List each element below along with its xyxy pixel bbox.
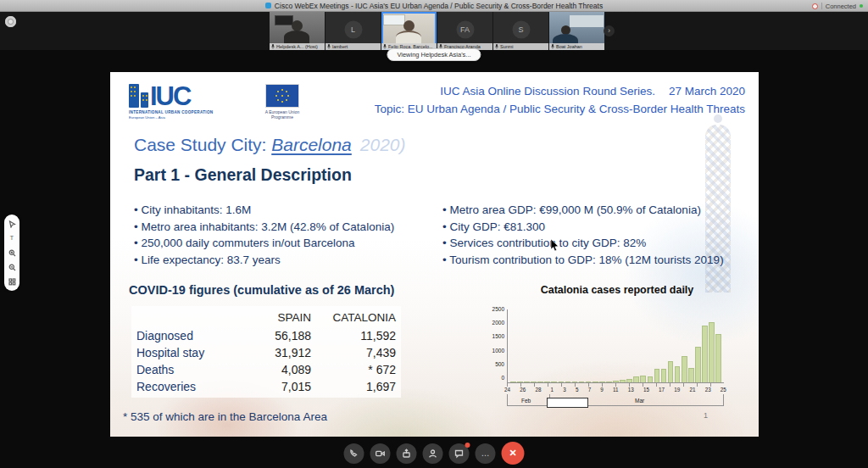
participant-thumb-video[interactable]: Helpdesk A... (Host) <box>270 12 325 50</box>
bullet-item: Metro area inhabitants: 3.2M (42.8% of C… <box>134 219 441 236</box>
chart-bar <box>702 326 708 382</box>
bullet-item: Services contribution to city GDP: 82% <box>442 235 756 252</box>
bullet-item: Metro area GDP: €99,000 M (50.9% of Cata… <box>442 202 756 219</box>
text-tool-icon[interactable]: T <box>7 234 17 242</box>
chart-bar <box>586 382 592 382</box>
daily-cases-chart: Catalonia cases reported daily 250020001… <box>485 284 732 424</box>
chart-bar <box>606 382 612 382</box>
x-tick-label: 15 <box>643 387 649 393</box>
leave-meeting-button[interactable]: ✕ <box>502 442 525 465</box>
chart-bar <box>544 382 550 382</box>
iuc-logo: IUC INTERNATIONAL URBAN COOPERATION Euro… <box>129 82 243 120</box>
x-tick-label: 17 <box>659 387 665 393</box>
titlebar-divider <box>821 3 822 9</box>
month-label-mar: Mar <box>635 398 644 404</box>
eu-logo: A European Union Programme <box>254 85 310 120</box>
avatar: FA <box>456 20 474 38</box>
chart-plot-area <box>507 309 724 383</box>
iuc-logo-text: IUC <box>150 86 190 108</box>
chat-button[interactable] <box>449 443 470 464</box>
blank-textbox <box>547 398 588 408</box>
part-title: Part 1 - General Description <box>134 165 352 185</box>
participant-name: lambert <box>332 44 348 49</box>
chart-bar <box>510 382 516 382</box>
apps-grid-icon[interactable] <box>7 277 17 286</box>
connection-dot-icon <box>860 4 863 8</box>
table-cell: * 672 <box>316 361 401 378</box>
participants-button[interactable] <box>423 443 443 464</box>
participant-name: Boat Joahan <box>556 44 582 49</box>
x-tick-label: 1 <box>551 387 554 393</box>
x-tick-label: 7 <box>588 387 592 393</box>
table-row-label: Recoveries <box>133 378 242 395</box>
audio-button[interactable] <box>344 443 364 464</box>
mic-icon <box>495 44 498 49</box>
chart-bar <box>675 366 681 382</box>
participant-thumb-initials[interactable]: S Sunmi <box>493 12 548 50</box>
slide-date: 27 March 2020 <box>669 85 745 98</box>
pointer-tool-icon[interactable] <box>7 220 17 228</box>
webex-ball-button[interactable] <box>5 16 16 27</box>
share-content-button[interactable] <box>397 443 417 464</box>
column-header-catalonia: CATALONIA <box>316 309 401 327</box>
x-tick-label: 3 <box>563 387 566 393</box>
webex-logo-icon <box>265 3 271 8</box>
table-footnote: * 535 of which are in the Barcelona Area <box>123 410 327 423</box>
filmstrip-next-button[interactable]: › <box>604 25 615 36</box>
presentation-slide: IUC INTERNATIONAL URBAN COOPERATION Euro… <box>110 72 759 437</box>
chat-notification-dot <box>465 443 470 448</box>
y-tick-label: 2000 <box>492 320 504 326</box>
covid-figures-title: COVID-19 figures (cumulative as of 26 Ma… <box>129 283 394 297</box>
call-controls: … ✕ <box>344 442 525 465</box>
chart-title: Catalonia cases reported daily <box>502 284 732 296</box>
mic-icon <box>383 44 387 49</box>
slide-page-number: 1 <box>704 411 708 420</box>
video-button[interactable] <box>370 443 391 464</box>
chart-bar <box>517 382 523 382</box>
zoom-out-icon[interactable] <box>7 263 17 271</box>
y-tick-label: 1500 <box>492 334 504 339</box>
case-study-title: Case Study City: Barcelona2020) <box>134 135 406 155</box>
chart-bar <box>633 376 639 382</box>
table-cell: 4,089 <box>242 361 316 378</box>
participant-thumb-initials[interactable]: L lambert <box>326 12 381 50</box>
chart-bar <box>572 382 578 382</box>
table-cell: 56,188 <box>242 327 316 344</box>
chart-month-band: Feb Mar <box>507 394 724 406</box>
x-tick-label: 9 <box>600 387 604 393</box>
column-header-spain: SPAIN <box>242 309 316 327</box>
bullet-list-right: Metro area GDP: €99,000 M (50.9% of Cata… <box>442 202 756 268</box>
chart-bar <box>661 369 667 382</box>
y-tick-label: 2500 <box>492 307 504 312</box>
chart-bar <box>709 322 715 382</box>
chart-bar <box>531 382 537 382</box>
record-indicator-icon[interactable] <box>812 3 818 9</box>
chart-bar <box>695 347 701 382</box>
eu-flag-icon <box>266 85 298 107</box>
x-tick-label: 11 <box>613 387 619 393</box>
chart-bar <box>682 356 687 382</box>
iuc-logo-subtitle: INTERNATIONAL URBAN COOPERATION <box>129 110 243 114</box>
chart-bar <box>626 379 632 382</box>
window-titlebar: Cisco WebEx Meetings - IUC Asia's EU Urb… <box>0 0 868 12</box>
table-cell: 7,015 <box>242 378 316 395</box>
mic-icon <box>271 44 275 49</box>
chart-bar <box>593 382 598 382</box>
more-options-button[interactable]: … <box>476 443 496 464</box>
chart-bar <box>715 334 721 382</box>
zoom-in-icon[interactable] <box>7 248 17 257</box>
x-tick-label: 21 <box>689 387 695 393</box>
x-tick-label: 28 <box>535 387 541 393</box>
participant-thumb-active-speaker[interactable]: Felip Roca, Barcelo... <box>381 12 437 50</box>
bullet-item: City inhabitants: 1.6M <box>134 202 441 219</box>
chart-bar <box>579 382 585 382</box>
chart-bar <box>648 376 654 382</box>
video-strip: Helpdesk A... (Host) L lambert Felip Roc… <box>0 12 868 50</box>
eu-caption: A European Union Programme <box>259 109 306 120</box>
avatar: L <box>344 20 362 38</box>
participant-thumb-video[interactable]: Boat Joahan <box>549 12 604 50</box>
participant-thumb-initials[interactable]: FA Francisco Aranda <box>437 12 492 50</box>
y-tick-label: 500 <box>495 362 504 367</box>
ghost-text: 2020) <box>360 135 406 154</box>
chart-bar <box>565 382 571 382</box>
